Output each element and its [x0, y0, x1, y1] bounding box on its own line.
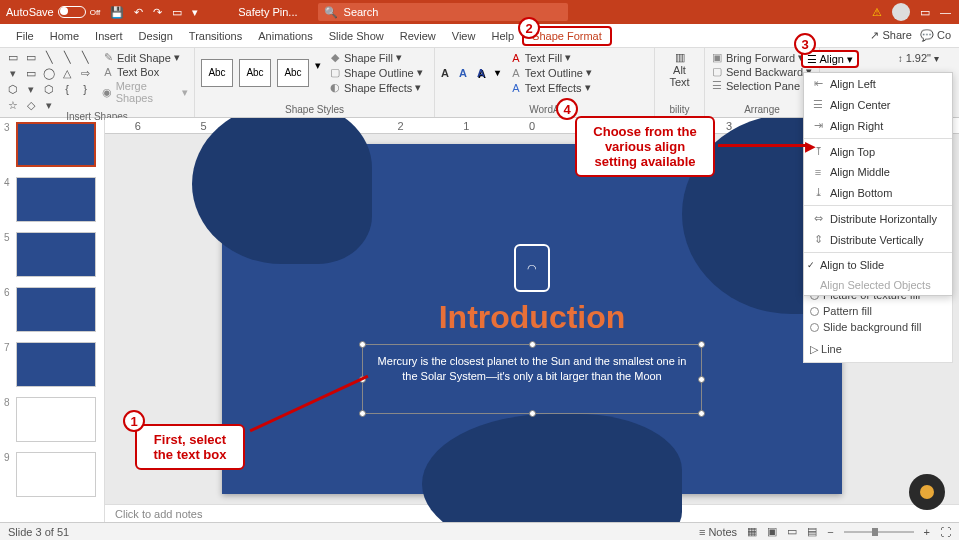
annotation-badge-3: 3 — [794, 33, 816, 55]
merge-shapes-button[interactable]: ◉Merge Shapes ▾ — [102, 80, 188, 104]
align-top-item[interactable]: ⤒Align Top — [804, 141, 952, 162]
group-insert-shapes: ▭▭╲╲╲▾ ▭◯△⇨⬡▾ ⬡{}☆◇▾ ✎Edit Shape ▾ AText… — [0, 48, 195, 117]
fit-to-window-icon[interactable]: ⛶ — [940, 526, 951, 538]
zoom-in-button[interactable]: + — [924, 526, 930, 538]
search-placeholder: Search — [344, 6, 379, 18]
align-dropdown-menu: ⇤Align Left ☰Align Center ⇥Align Right ⤒… — [803, 72, 953, 296]
distribute-vertically-item[interactable]: ⇕Distribute Vertically — [804, 229, 952, 250]
redo-icon[interactable]: ↷ — [153, 6, 162, 19]
minimize-icon[interactable]: — — [940, 6, 951, 18]
text-box-button[interactable]: AText Box — [102, 66, 188, 78]
tab-slideshow[interactable]: Slide Show — [321, 24, 392, 47]
group-wordart-styles: A A A ▾ AText Fill ▾ AText Outline ▾ ATe… — [435, 48, 655, 117]
slide-counter: Slide 3 of 51 — [8, 526, 69, 538]
search-icon: 🔍 — [324, 6, 338, 19]
zoom-slider[interactable] — [844, 531, 914, 533]
comments-button[interactable]: 💬 Co — [920, 29, 951, 42]
start-slideshow-icon[interactable]: ▭ — [172, 6, 182, 19]
quick-access-toolbar: 💾 ↶ ↷ ▭ ▾ — [110, 6, 198, 19]
align-bottom-item[interactable]: ⤓Align Bottom — [804, 182, 952, 203]
autosave-state: Off — [90, 8, 101, 17]
warning-icon[interactable]: ⚠ — [872, 6, 882, 19]
thumbnail-slide-4[interactable] — [16, 177, 96, 222]
annotation-badge-1: 1 — [123, 410, 145, 432]
align-left-item[interactable]: ⇤Align Left — [804, 73, 952, 94]
annotation-callout-1: First, select the text box — [135, 424, 245, 470]
alt-text-button[interactable]: ▥Alt Text — [661, 51, 698, 88]
group-label: Shape Styles — [201, 104, 428, 117]
share-button[interactable]: ↗ Share — [870, 29, 911, 42]
slideshow-view-icon[interactable]: ▤ — [807, 525, 817, 538]
tab-file[interactable]: File — [8, 24, 42, 47]
edit-shape-button[interactable]: ✎Edit Shape ▾ — [102, 51, 188, 64]
group-label: Arrange — [711, 104, 813, 117]
thumbnail-slide-8[interactable] — [16, 397, 96, 442]
line-section[interactable]: ▷ Line — [810, 343, 946, 356]
autosave-label: AutoSave — [6, 6, 54, 18]
text-fill-button[interactable]: AText Fill ▾ — [510, 51, 592, 64]
annotation-badge-2: 2 — [518, 17, 540, 39]
status-bar: Slide 3 of 51 ≡ Notes ▦ ▣ ▭ ▤ − + ⛶ — [0, 522, 959, 540]
thumbnail-slide-5[interactable] — [16, 232, 96, 277]
slide-background-fill-option[interactable]: Slide background fill — [810, 319, 946, 335]
wordart-gallery[interactable]: A A A ▾ — [441, 67, 500, 79]
autosave-toggle[interactable]: AutoSave Off — [6, 6, 100, 18]
text-outline-button[interactable]: AText Outline ▾ — [510, 66, 592, 79]
selection-pane-button[interactable]: ☰Selection Pane — [711, 79, 813, 92]
text-effects-button[interactable]: AText Effects ▾ — [510, 81, 592, 94]
user-avatar[interactable] — [892, 3, 910, 21]
shapes-gallery[interactable]: ▭▭╲╲╲▾ ▭◯△⇨⬡▾ ⬡{}☆◇▾ — [6, 51, 96, 111]
annotation-badge-4: 4 — [556, 98, 578, 120]
phone-icon: ◠ — [514, 244, 550, 292]
shape-styles-gallery[interactable]: Abc Abc Abc ▾ — [201, 59, 321, 87]
align-middle-item[interactable]: ≡Align Middle — [804, 162, 952, 182]
pattern-fill-option[interactable]: Pattern fill — [810, 303, 946, 319]
tab-review[interactable]: Review — [392, 24, 444, 47]
save-icon[interactable]: 💾 — [110, 6, 124, 19]
align-to-slide-item[interactable]: Align to Slide — [804, 255, 952, 275]
undo-icon[interactable]: ↶ — [134, 6, 143, 19]
align-center-item[interactable]: ☰Align Center — [804, 94, 952, 115]
shape-outline-button[interactable]: ▢Shape Outline ▾ — [329, 66, 423, 79]
slide-title-text[interactable]: Introduction — [222, 299, 842, 336]
zoom-out-button[interactable]: − — [827, 526, 833, 538]
send-backward-button[interactable]: ▢Send Backward ▾ — [711, 65, 813, 78]
sorter-view-icon[interactable]: ▣ — [767, 525, 777, 538]
tab-home[interactable]: Home — [42, 24, 87, 47]
align-selected-objects-item: Align Selected Objects — [804, 275, 952, 295]
qat-more-icon[interactable]: ▾ — [192, 6, 198, 19]
ribbon-display-icon[interactable]: ▭ — [920, 6, 930, 19]
body-text: Mercury is the closest planet to the Sun… — [378, 355, 687, 382]
tab-view[interactable]: View — [444, 24, 484, 47]
title-bar: AutoSave Off 💾 ↶ ↷ ▭ ▾ Safety Pin... 🔍 S… — [0, 0, 959, 24]
notes-toggle[interactable]: ≡ Notes — [699, 526, 737, 538]
watermark-logo-icon — [909, 474, 945, 510]
tab-help[interactable]: Help — [483, 24, 522, 47]
distribute-horizontally-item[interactable]: ⇔Distribute Horizontally — [804, 208, 952, 229]
toggle-switch-icon[interactable] — [58, 6, 86, 18]
group-shape-styles: Abc Abc Abc ▾ ◆Shape Fill ▾ ▢Shape Outli… — [195, 48, 435, 117]
normal-view-icon[interactable]: ▦ — [747, 525, 757, 538]
slide-thumbnails-panel: 3 4 5 6 7 8 9 — [0, 118, 105, 522]
shape-effects-button[interactable]: ◐Shape Effects ▾ — [329, 81, 423, 94]
document-title: Safety Pin... — [238, 6, 297, 18]
tab-insert[interactable]: Insert — [87, 24, 131, 47]
selected-text-box[interactable]: Mercury is the closest planet to the Sun… — [362, 344, 702, 414]
group-accessibility: ▥Alt Text bility — [655, 48, 705, 117]
shape-fill-button[interactable]: ◆Shape Fill ▾ — [329, 51, 423, 64]
reading-view-icon[interactable]: ▭ — [787, 525, 797, 538]
size-height-input[interactable]: ↕ 1.92" ▾ — [898, 52, 939, 64]
tab-transitions[interactable]: Transitions — [181, 24, 250, 47]
annotation-callout-4: Choose from the various align setting av… — [575, 116, 715, 177]
thumbnail-slide-9[interactable] — [16, 452, 96, 497]
thumbnail-slide-3[interactable] — [16, 122, 96, 167]
tab-design[interactable]: Design — [131, 24, 181, 47]
align-right-item[interactable]: ⇥Align Right — [804, 115, 952, 136]
thumbnail-slide-6[interactable] — [16, 287, 96, 332]
thumbnail-slide-7[interactable] — [16, 342, 96, 387]
tab-animations[interactable]: Animations — [250, 24, 320, 47]
slide-canvas[interactable]: ◠ Introduction Mercury is the closest pl… — [222, 144, 842, 494]
